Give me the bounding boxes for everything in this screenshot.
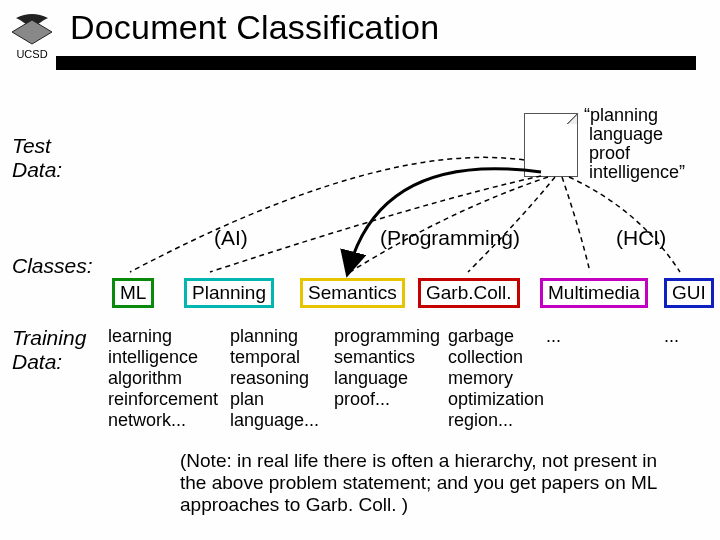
class-box-semantics: Semantics <box>300 278 405 308</box>
training-words-semantics: programming semantics language proof... <box>334 326 440 410</box>
training-words-gui: ... <box>664 326 679 347</box>
training-data-label: Training Data: <box>12 326 86 374</box>
group-programming: (Programming) <box>380 226 520 250</box>
training-words-multimedia: ... <box>546 326 561 347</box>
group-hci: (HCI) <box>616 226 666 250</box>
class-box-ml: ML <box>112 278 154 308</box>
training-words-garbcoll: garbage collection memory optimization r… <box>448 326 544 431</box>
class-box-multimedia: Multimedia <box>540 278 648 308</box>
training-words-ml: learning intelligence algorithm reinforc… <box>108 326 218 431</box>
ucsd-logo-icon: UCSD <box>10 12 54 60</box>
class-box-garbcoll: Garb.Coll. <box>418 278 520 308</box>
class-box-gui: GUI <box>664 278 714 308</box>
group-ai: (AI) <box>214 226 248 250</box>
training-words-planning: planning temporal reasoning plan languag… <box>230 326 319 431</box>
ucsd-text-icon: UCSD <box>16 48 47 60</box>
arrows-diagram <box>0 120 720 290</box>
class-box-planning: Planning <box>184 278 274 308</box>
footnote-text: (Note: in real life there is often a hie… <box>180 450 660 516</box>
svg-marker-0 <box>12 20 52 44</box>
title-rule <box>56 56 696 70</box>
slide-title: Document Classification <box>70 8 439 47</box>
